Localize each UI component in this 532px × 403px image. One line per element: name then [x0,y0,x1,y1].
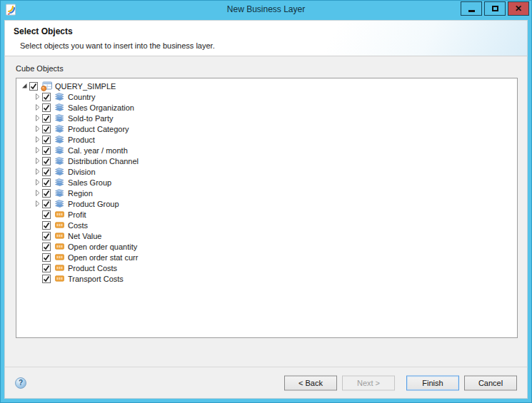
measure-icon [54,210,65,219]
tree-item-product-category[interactable]: Product Category [16,123,517,134]
expand-arrow-icon[interactable] [33,168,41,175]
maximize-icon [492,6,498,11]
help-button[interactable]: ? [15,377,26,389]
tree-item-open-order-quantity[interactable]: Open order quantity [16,241,517,252]
expander-spacer [33,232,41,240]
tree-item-costs[interactable]: Costs [16,220,517,230]
maximize-button[interactable] [484,1,506,16]
expand-arrow-icon[interactable] [33,125,41,133]
checkbox[interactable] [42,253,51,262]
expand-arrow-icon[interactable] [33,103,41,111]
checkbox[interactable] [42,146,51,155]
dimension-icon [54,135,65,144]
expand-arrow-icon[interactable] [33,136,41,143]
tree-item-transport-costs[interactable]: Transport Costs [16,273,517,284]
close-icon: ✕ [515,4,522,13]
tree-item-label: Sales Group [68,178,111,187]
expander-spacer [33,275,41,282]
cancel-button[interactable]: Cancel [464,375,517,390]
expand-arrow-icon[interactable] [33,200,41,208]
wizard-buttons: < BackNext >FinishCancel [279,375,517,390]
tree-item-open-order-stat-curr[interactable]: Open order stat curr [16,252,517,262]
tree-item-net-value[interactable]: Net Value [16,230,517,241]
tree-item-label: Product Group [68,200,119,208]
checkbox[interactable] [42,103,51,112]
checkbox[interactable] [42,200,51,208]
tree-item-country[interactable]: Country [16,91,517,102]
tree-item-product-costs[interactable]: Product Costs [16,262,517,273]
dimension-icon [54,199,65,208]
window-title: New Business Layer [1,4,531,14]
dimension-icon [54,113,65,123]
checkbox[interactable] [42,264,51,272]
page-title: Select Objects [14,26,73,36]
tree-item-region[interactable]: Region [16,188,517,198]
checkbox[interactable] [42,114,51,123]
checkbox[interactable] [42,210,51,219]
checkbox[interactable] [42,178,51,187]
window-controls: ✕ [458,1,529,16]
expand-arrow-icon[interactable] [33,146,41,154]
checkbox[interactable] [42,243,51,251]
expand-arrow-icon[interactable] [33,157,41,165]
title-bar: New Business Layer ✕ [1,1,531,20]
checkbox[interactable] [42,168,51,176]
expander-spacer [33,210,41,218]
checkbox[interactable] [42,157,51,165]
tree-item-division[interactable]: Division [16,166,517,177]
tree-item-label: Product [68,136,95,144]
measure-icon [54,220,65,230]
checkbox[interactable] [29,82,38,91]
dimension-icon [54,124,65,133]
tree-item-label: Transport Costs [68,275,124,283]
tree-item-distribution-channel[interactable]: Distribution Channel [16,155,517,166]
checkbox[interactable] [42,232,51,240]
cube-objects-label: Cube Objects [16,64,64,73]
tree-item-label: Costs [68,221,88,230]
next-button[interactable]: Next > [342,375,395,390]
tree-item-sales-organization[interactable]: Sales Organization [16,102,517,113]
checkbox[interactable] [42,93,51,101]
tree-item-label: Profit [68,210,86,219]
measure-icon [54,263,65,272]
close-button[interactable]: ✕ [508,1,529,16]
checkbox[interactable] [42,125,51,133]
wizard-header: Select Objects Select objects you want t… [5,21,527,56]
tree-item-query-simple[interactable]: QUERY_SIMPLE [16,81,517,91]
expand-arrow-icon[interactable] [33,178,41,186]
tree-item-label: Sales Organization [68,103,134,112]
minimize-button[interactable] [461,1,482,16]
dimension-icon [54,188,65,198]
dimension-icon [54,92,65,101]
expand-arrow-icon[interactable] [33,93,41,101]
checkbox[interactable] [42,189,51,198]
tree-item-label: QUERY_SIMPLE [55,82,116,91]
back-button[interactable]: < Back [284,375,337,390]
dimension-icon [54,167,65,176]
query-icon [41,81,52,91]
measure-icon [54,242,65,251]
expand-arrow-icon[interactable] [33,114,41,122]
finish-button[interactable]: Finish [406,375,459,390]
tree-item-profit[interactable]: Profit [16,209,517,220]
checkbox[interactable] [42,221,51,230]
dialog-body: Select Objects Select objects you want t… [4,20,528,399]
tree-item-sales-group[interactable]: Sales Group [16,177,517,188]
expand-arrow-icon[interactable] [33,189,41,197]
tree-item-sold-to-party[interactable]: Sold-to Party [16,113,517,123]
tree-item-label: Country [68,93,96,101]
tree-item-product-group[interactable]: Product Group [16,198,517,209]
page-subtitle: Select objects you want to insert into t… [20,41,215,50]
checkbox[interactable] [42,275,51,283]
collapse-arrow-icon[interactable] [20,82,29,90]
tree-item-label: Distribution Channel [68,157,139,165]
tree-item-product[interactable]: Product [16,134,517,145]
tree-item-label: Open order quantity [68,243,137,251]
object-tree[interactable]: QUERY_SIMPLECountrySales OrganizationSol… [16,78,518,338]
tree-item-label: Division [68,168,96,176]
checkbox[interactable] [42,136,51,144]
measure-icon [54,231,65,240]
tree-item-label: Product Category [68,125,129,133]
minimize-icon [468,10,475,12]
tree-item-cal-year-month[interactable]: Cal. year / month [16,145,517,155]
